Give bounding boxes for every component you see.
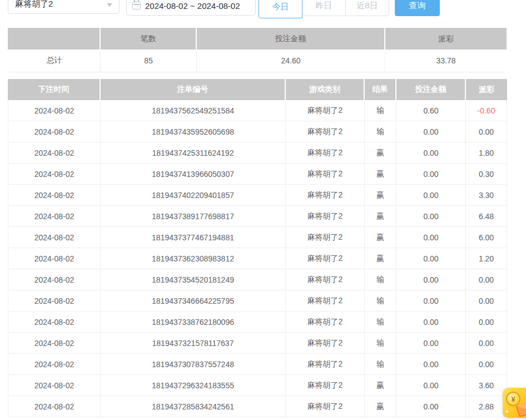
cell-bet-amount: 0.00 — [396, 142, 466, 164]
cell-bet-amount: 0.00 — [396, 248, 466, 269]
cell-bet-amount: 0.00 — [396, 164, 466, 185]
cell-bet-time: 2024-08-02 — [8, 248, 101, 269]
cell-payout: 0.00 — [466, 269, 507, 290]
summary-header-cell-2: 投注金额 — [197, 28, 385, 50]
summary-table: 笔数投注金额派彩 总计 85 24.60 33.78 — [8, 28, 507, 72]
table-row: 2024-08-021819437402209401857麻将胡了2赢0.003… — [8, 185, 507, 206]
cell-result: 赢 — [365, 248, 396, 269]
records-table: 下注时间注单编号游戏类别结果投注金额派彩 2024-08-02181943756… — [8, 79, 507, 417]
cell-order-no: 1819437413966050307 — [101, 164, 286, 185]
cell-order-no: 1819437402209401857 — [101, 185, 286, 206]
cell-result: 赢 — [365, 185, 396, 206]
cell-bet-amount: 0.00 — [396, 354, 466, 375]
cell-result: 赢 — [365, 375, 396, 396]
table-row: 2024-08-021819437307837557248麻将胡了2输0.000… — [8, 354, 507, 375]
table-row: 2024-08-021819437354520181249麻将胡了2输0.000… — [8, 269, 507, 290]
records-header-cell-0: 下注时间 — [8, 79, 101, 100]
quick-range-group: 今日昨日近8日 — [259, 0, 389, 18]
cell-bet-time: 2024-08-02 — [8, 269, 101, 290]
summary-total-label: 总计 — [8, 50, 101, 72]
cell-result: 输 — [365, 269, 396, 290]
table-row: 2024-08-021819437377467194881麻将胡了2赢0.006… — [8, 227, 507, 248]
cell-bet-time: 2024-08-02 — [8, 290, 101, 312]
cell-order-no: 1819437338762180096 — [101, 312, 286, 333]
cell-game-type: 麻将胡了2 — [286, 290, 365, 312]
records-header-cell-2: 游戏类别 — [286, 79, 365, 100]
quick-range-button-0[interactable]: 今日 — [259, 0, 302, 18]
query-button[interactable]: 查询 — [395, 0, 440, 16]
filter-bar: 麻将胡了2 2024-08-02 ~ 2024-08-02 今日昨日近8日 查询 — [0, 0, 526, 19]
quick-range-button-1[interactable]: 昨日 — [302, 0, 346, 16]
cell-game-type: 麻将胡了2 — [286, 100, 365, 121]
table-row: 2024-08-021819437435952605698麻将胡了2输0.000… — [8, 121, 507, 142]
cell-result: 赢 — [365, 227, 396, 248]
table-row: 2024-08-021819437562549251584麻将胡了2输0.60-… — [8, 100, 507, 121]
calendar-icon — [132, 2, 141, 9]
cell-result: 赢 — [365, 164, 396, 185]
summary-header-cell-3: 派彩 — [385, 28, 507, 50]
cell-game-type: 麻将胡了2 — [286, 142, 365, 164]
cell-bet-time: 2024-08-02 — [8, 227, 101, 248]
cell-result: 赢 — [365, 396, 396, 417]
cell-result: 输 — [365, 354, 396, 375]
cell-bet-time: 2024-08-02 — [8, 142, 101, 164]
cell-bet-amount: 0.00 — [396, 206, 466, 227]
cell-result: 输 — [365, 121, 396, 142]
cell-payout: 1.20 — [466, 248, 507, 269]
cell-payout: 2.88 — [466, 396, 507, 417]
cell-payout: 1.80 — [466, 142, 507, 164]
cell-result: 输 — [365, 333, 396, 354]
cell-payout: 3.60 — [466, 375, 507, 396]
cell-bet-time: 2024-08-02 — [8, 333, 101, 354]
cell-bet-time: 2024-08-02 — [8, 185, 101, 206]
quick-range-button-2[interactable]: 近8日 — [345, 0, 389, 16]
cell-order-no: 1819437354520181249 — [101, 269, 286, 290]
cell-result: 输 — [365, 290, 396, 312]
cell-payout: 3.30 — [466, 185, 507, 206]
cell-bet-amount: 0.00 — [396, 375, 466, 396]
cell-bet-time: 2024-08-02 — [8, 312, 101, 333]
cell-game-type: 麻将胡了2 — [286, 248, 365, 269]
cell-bet-amount: 0.00 — [396, 227, 466, 248]
table-row: 2024-08-021819437389177698817麻将胡了2赢0.006… — [8, 206, 507, 227]
cell-game-type: 麻将胡了2 — [286, 375, 365, 396]
cell-order-no: 1819437362308983812 — [101, 248, 286, 269]
cell-bet-amount: 0.00 — [396, 121, 466, 142]
game-select[interactable]: 麻将胡了2 — [8, 0, 120, 14]
cell-bet-amount: 0.00 — [396, 396, 466, 417]
cell-game-type: 麻将胡了2 — [286, 333, 365, 354]
summary-header-cell-1: 笔数 — [101, 28, 197, 50]
sparkle-icon: ✦ — [505, 409, 509, 414]
cell-game-type: 麻将胡了2 — [286, 396, 365, 417]
cell-order-no: 1819437562549251584 — [101, 100, 286, 121]
cell-payout: 6.48 — [466, 206, 507, 227]
cell-bet-amount: 0.00 — [396, 185, 466, 206]
date-range-input[interactable]: 2024-08-02 ~ 2024-08-02 — [126, 0, 256, 16]
cell-game-type: 麻将胡了2 — [286, 269, 365, 290]
cell-payout: -0.60 — [466, 100, 507, 121]
cell-payout: 0.00 — [466, 290, 507, 312]
records-body: 2024-08-021819437562549251584麻将胡了2输0.60-… — [8, 100, 507, 417]
summary-payout-value: 33.78 — [385, 50, 507, 72]
records-header-cell-1: 注单编号 — [101, 79, 286, 100]
records-header-cell-3: 结果 — [365, 79, 396, 100]
cell-game-type: 麻将胡了2 — [286, 185, 365, 206]
records-header-cell-5: 派彩 — [466, 79, 507, 100]
cell-game-type: 麻将胡了2 — [286, 164, 365, 185]
summary-header-cell-0 — [8, 28, 101, 50]
records-header-cell-4: 投注金额 — [396, 79, 466, 100]
cell-game-type: 麻将胡了2 — [286, 121, 365, 142]
cell-order-no: 1819437296324183555 — [101, 375, 286, 396]
cell-order-no: 1819437389177698817 — [101, 206, 286, 227]
cell-order-no: 1819437321578117637 — [101, 333, 286, 354]
cell-result: 赢 — [365, 206, 396, 227]
cell-order-no: 1819437285834242561 — [101, 396, 286, 417]
cell-payout: 0.30 — [466, 164, 507, 185]
promo-float-button[interactable]: ¥ ✦ — [503, 388, 526, 418]
cell-bet-time: 2024-08-02 — [8, 396, 101, 417]
table-row: 2024-08-021819437425311624192麻将胡了2赢0.001… — [8, 142, 507, 164]
cell-order-no: 1819437377467194881 — [101, 227, 286, 248]
game-select-value: 麻将胡了2 — [15, 0, 53, 9]
table-row: 2024-08-021819437362308983812麻将胡了2赢0.001… — [8, 248, 507, 269]
cell-order-no: 1819437346664225795 — [101, 290, 286, 312]
